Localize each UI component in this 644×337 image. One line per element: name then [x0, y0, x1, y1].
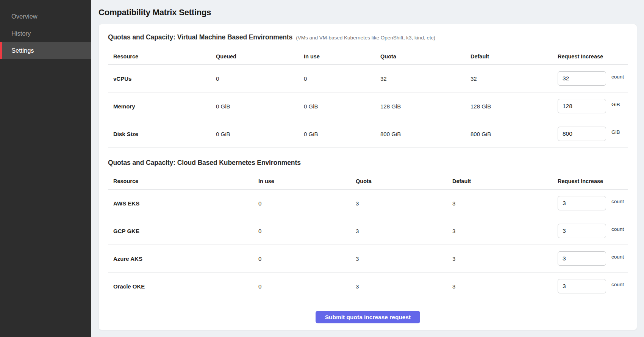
column-header-in-use: In use [253, 178, 350, 184]
cell-value: 3 [447, 283, 552, 290]
request-increase-input[interactable] [558, 224, 606, 238]
request-increase-cell: GiB [552, 99, 628, 113]
table-row: AWS EKS033count [108, 190, 628, 217]
cell-value: 0 [299, 75, 375, 82]
cell-value: 0 [253, 255, 350, 262]
cell-value: 0 [211, 75, 299, 82]
column-header-default: Default [465, 53, 552, 60]
request-increase-input[interactable] [558, 251, 606, 266]
active-accent-bar [0, 42, 2, 59]
cell-value: 0 [253, 283, 350, 290]
cell-value: 32 [375, 75, 465, 82]
column-header-resource: Resource [108, 178, 253, 184]
resource-name: Memory [108, 103, 211, 110]
main-content: Compatibility Matrix Settings Quotas and… [91, 0, 644, 337]
cell-value: 128 GiB [375, 103, 465, 110]
column-header-queued: Queued [211, 53, 299, 60]
section-cloud-kubernetes: Quotas and Capacity: Cloud Based Kuberne… [108, 158, 628, 300]
request-increase-input[interactable] [558, 127, 606, 141]
sidebar-item-label: Settings [11, 47, 34, 54]
column-header-request-increase: Request Increase [552, 53, 628, 60]
cell-value: 3 [350, 283, 447, 290]
cell-value: 3 [447, 200, 552, 207]
request-increase-input[interactable] [558, 279, 606, 293]
resource-name: vCPUs [108, 75, 211, 82]
resource-name: Azure AKS [108, 255, 253, 262]
sidebar-item-label: History [11, 30, 31, 37]
request-increase-cell: count [552, 196, 628, 210]
unit-label: count [611, 199, 624, 204]
section-heading-row: Quotas and Capacity: Virtual Machine Bas… [108, 32, 628, 43]
table-row: Azure AKS033count [108, 245, 628, 273]
section-title: Quotas and Capacity: Virtual Machine Bas… [108, 32, 292, 42]
cell-value: 800 GiB [375, 131, 465, 137]
resource-name: Disk Size [108, 131, 211, 137]
table-row: Disk Size0 GiB0 GiB800 GiB800 GiBGiB [108, 120, 628, 148]
cell-value: 0 GiB [299, 103, 375, 110]
table-header-row: ResourceQueuedIn useQuotaDefaultRequest … [108, 48, 628, 65]
sidebar-item-settings[interactable]: Settings [0, 42, 91, 59]
resource-name: GCP GKE [108, 228, 253, 234]
request-increase-cell: count [552, 71, 628, 86]
request-increase-input[interactable] [558, 71, 606, 86]
cell-value: 32 [465, 75, 552, 82]
column-header-quota: Quota [350, 178, 447, 184]
submit-quota-increase-button[interactable]: Submit quota increase request [316, 311, 420, 323]
unit-label: count [611, 74, 624, 80]
column-header-in-use: In use [299, 53, 375, 60]
quota-sections: Quotas and Capacity: Virtual Machine Bas… [108, 32, 628, 300]
cell-value: 3 [350, 200, 447, 207]
request-increase-cell: count [552, 224, 628, 238]
section-title: Quotas and Capacity: Cloud Based Kuberne… [108, 158, 301, 168]
sidebar-item-history[interactable]: History [0, 25, 91, 42]
cell-value: 3 [350, 228, 447, 234]
cell-value: 3 [350, 255, 447, 262]
cell-value: 3 [447, 228, 552, 234]
section-subtitle: (VMs and VM-based Kubernetes like OpenSh… [296, 33, 435, 43]
cell-value: 800 GiB [465, 131, 552, 137]
quota-table: ResourceQueuedIn useQuotaDefaultRequest … [108, 48, 628, 148]
unit-label: GiB [611, 129, 620, 135]
unit-label: count [611, 282, 624, 287]
quota-table: ResourceIn useQuotaDefaultRequest Increa… [108, 173, 628, 300]
unit-label: count [611, 254, 624, 260]
cell-value: 3 [447, 255, 552, 262]
sidebar-item-label: Overview [11, 13, 38, 20]
unit-label: count [611, 226, 624, 232]
table-row: Memory0 GiB0 GiB128 GiB128 GiBGiB [108, 92, 628, 120]
request-increase-input[interactable] [558, 99, 606, 113]
table-row: Oracle OKE033count [108, 273, 628, 300]
cell-value: 128 GiB [465, 103, 552, 110]
resource-name: Oracle OKE [108, 283, 253, 290]
request-increase-cell: count [552, 279, 628, 293]
page-title: Compatibility Matrix Settings [98, 8, 637, 17]
table-header-row: ResourceIn useQuotaDefaultRequest Increa… [108, 173, 628, 190]
settings-card: Quotas and Capacity: Virtual Machine Bas… [98, 24, 637, 330]
cell-value: 0 GiB [299, 131, 375, 137]
cell-value: 0 GiB [211, 131, 299, 137]
section-heading-row: Quotas and Capacity: Cloud Based Kuberne… [108, 158, 628, 168]
column-header-quota: Quota [375, 53, 465, 60]
sidebar-item-overview[interactable]: Overview [0, 8, 91, 25]
column-header-request-increase: Request Increase [552, 178, 628, 184]
table-row: vCPUs003232count [108, 65, 628, 92]
sidebar-nav: OverviewHistorySettings [0, 8, 91, 59]
request-increase-cell: GiB [552, 127, 628, 141]
resource-name: AWS EKS [108, 200, 253, 207]
cell-value: 0 GiB [211, 103, 299, 110]
column-header-default: Default [447, 178, 552, 184]
sidebar: OverviewHistorySettings [0, 0, 91, 337]
request-increase-input[interactable] [558, 196, 606, 210]
request-increase-cell: count [552, 251, 628, 266]
cell-value: 0 [253, 228, 350, 234]
submit-button-row: Submit quota increase request [108, 311, 628, 323]
section-vm-environments: Quotas and Capacity: Virtual Machine Bas… [108, 32, 628, 148]
column-header-resource: Resource [108, 53, 211, 60]
cell-value: 0 [253, 200, 350, 207]
table-row: GCP GKE033count [108, 217, 628, 245]
unit-label: GiB [611, 102, 620, 107]
